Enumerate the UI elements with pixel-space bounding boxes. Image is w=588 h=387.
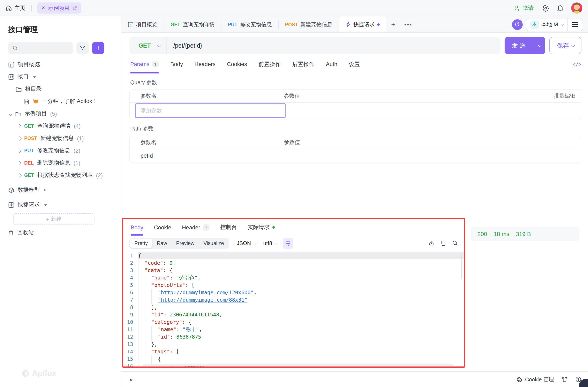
save-button[interactable]: 保存 — [549, 37, 581, 54]
request-tab-headers[interactable]: Headers — [195, 56, 215, 73]
sidebar-endpoint[interactable]: GET查询宠物详情(4) — [0, 120, 121, 132]
sidebar-endpoint[interactable]: GET根据状态查找宠物列表(2) — [0, 169, 121, 181]
sidebar-folder-example[interactable]: 示例项目(5) — [0, 108, 121, 120]
query-table-header: 参数名 参数值 批量编辑 — [130, 90, 581, 103]
sidebar-item-project-overview[interactable]: 项目概览 — [0, 58, 121, 71]
token-pun: : — [170, 274, 176, 281]
tab-quick-request[interactable]: 快捷请求 — [339, 17, 386, 32]
sidebar-item-data-model[interactable]: 数据模型 — [0, 184, 121, 196]
chevron-right-icon[interactable] — [18, 136, 21, 140]
request-tab-label: Cookies — [227, 61, 247, 67]
download-icon[interactable] — [428, 240, 434, 246]
send-button[interactable]: 发送 — [504, 37, 545, 54]
response-tab-body[interactable]: Body — [131, 219, 143, 235]
response-body-editor[interactable]: 1{2"code": 0,3"data": {4"name": "劳引色",5"… — [123, 251, 464, 367]
bulk-edit-button[interactable]: 批量编辑 — [554, 92, 581, 100]
notifications-bell-icon[interactable] — [557, 4, 564, 12]
sync-refresh-button[interactable] — [512, 19, 523, 30]
home-label: 主页 — [14, 4, 25, 12]
token-str: "劳引色" — [176, 274, 197, 281]
bottom-statusbar: « Cookie 管理 — [121, 371, 588, 387]
vertical-scrollbar[interactable] — [461, 254, 462, 279]
request-tab-body[interactable]: Body — [170, 56, 183, 73]
tab-endpoint[interactable]: POST新建宠物信息 — [278, 17, 339, 32]
sidebar-add-button[interactable]: + — [92, 42, 104, 54]
indent-guide — [138, 348, 145, 355]
view-mode-pretty[interactable]: Pretty — [130, 239, 152, 248]
chevron-right-icon[interactable] — [18, 161, 21, 165]
horizontal-scrollbar[interactable] — [143, 364, 453, 366]
new-request-button[interactable]: +新建 — [13, 213, 95, 225]
search-input[interactable] — [8, 42, 73, 54]
request-tab-params[interactable]: Params1 — [130, 56, 159, 73]
theme-tshirt-icon[interactable] — [561, 376, 568, 383]
tab-project-overview[interactable]: 项目概览 — [121, 17, 164, 32]
response-tab-cookie[interactable]: Cookie — [154, 219, 171, 235]
url-input[interactable]: /pet/{petId} — [167, 42, 202, 49]
avatar[interactable] — [571, 2, 582, 14]
format-label: JSON — [237, 240, 251, 246]
environment-dropdown[interactable]: 本 本地 M — [526, 20, 567, 29]
new-tab-button[interactable]: + — [386, 17, 400, 32]
response-tab-控制台[interactable]: 控制台 — [220, 219, 237, 235]
quick-request-label: 快捷请求 — [18, 201, 40, 209]
tab-endpoint[interactable]: PUT修改宠物信息 — [221, 17, 278, 32]
sidebar-item-recycle-bin[interactable]: 回收站 — [0, 227, 121, 239]
token-pun: : [ — [185, 282, 195, 288]
env-menu-button[interactable] — [568, 21, 583, 27]
encoding-dropdown[interactable]: utf8 — [263, 240, 277, 246]
external-link-icon[interactable] — [72, 5, 77, 10]
home-button[interactable]: 主页 — [6, 4, 25, 12]
topbar-left: 主页 ✕ 示例项目 — [6, 2, 81, 14]
sidebar-endpoint[interactable]: POST新建宠物信息(1) — [0, 132, 121, 144]
request-tab-前置操作[interactable]: 前置操作 — [258, 56, 281, 73]
home-icon — [6, 5, 12, 11]
format-dropdown[interactable]: JSON — [237, 240, 256, 246]
view-mode-visualize[interactable]: Visualize — [199, 239, 229, 248]
cookie-manage-button[interactable]: Cookie 管理 — [517, 376, 554, 383]
indent-guide — [145, 282, 151, 289]
sidebar-item-doc[interactable]: 一分钟，了解 Apifox！ — [0, 95, 121, 108]
send-options-button[interactable] — [533, 37, 545, 54]
view-mode-segment: PrettyRawPreviewVisualize — [129, 238, 229, 249]
response-tab-实际请求[interactable]: 实际请求 — [248, 219, 275, 235]
view-mode-raw[interactable]: Raw — [152, 239, 171, 248]
settings-gear-icon[interactable] — [542, 4, 549, 12]
word-wrap-button[interactable] — [283, 238, 294, 249]
code-line-content: "http://dummyimage.com/120x600", — [138, 289, 464, 296]
chevron-right-icon[interactable] — [18, 173, 21, 177]
request-tab-auth[interactable]: Auth — [326, 56, 337, 73]
request-tab-后置操作[interactable]: 后置操作 — [292, 56, 314, 73]
sidebar-endpoint[interactable]: PUT修改宠物信息(2) — [0, 144, 121, 157]
chevron-right-icon[interactable] — [18, 124, 21, 128]
sidebar-item-quick-request[interactable]: 快捷请求 — [0, 199, 121, 211]
tab-overflow-button[interactable]: ••• — [400, 17, 416, 32]
view-mode-preview[interactable]: Preview — [171, 239, 199, 248]
sidebar-folder-root[interactable]: 根目录 — [0, 83, 121, 95]
request-row: GET /pet/{petId} 发送 保存 — [129, 37, 581, 54]
code-view-toggle[interactable]: </> — [573, 61, 581, 67]
search-icon[interactable] — [452, 240, 458, 246]
sidebar-endpoint[interactable]: DEL删除宠物信息(1) — [0, 157, 121, 169]
line-number: 2 — [123, 259, 138, 267]
topbar-right: 邀请 — [514, 2, 582, 14]
chevron-down-icon — [253, 241, 257, 245]
token-key: "id" — [151, 311, 164, 318]
method-dropdown[interactable]: GET — [129, 42, 167, 49]
filter-funnel-button[interactable] — [76, 42, 89, 54]
add-param-input[interactable]: 添加参数 — [135, 103, 286, 118]
request-tab-设置[interactable]: 设置 — [349, 56, 360, 73]
table-row[interactable]: petId — [130, 149, 581, 162]
chevron-right-icon[interactable] — [18, 149, 21, 153]
response-tab-header[interactable]: Header7 — [182, 219, 210, 235]
invite-button[interactable]: 邀请 — [514, 4, 534, 12]
token-key: "code" — [145, 260, 163, 266]
chevron-down-icon[interactable] — [8, 112, 13, 116]
close-icon[interactable]: ✕ — [42, 5, 45, 11]
collapse-sidebar-button[interactable]: « — [129, 376, 132, 383]
tab-endpoint[interactable]: GET查询宠物详情 — [164, 17, 221, 32]
project-tab[interactable]: ✕ 示例项目 — [37, 2, 81, 14]
sidebar-item-api[interactable]: 接口 — [0, 71, 121, 83]
request-tab-cookies[interactable]: Cookies — [227, 56, 247, 73]
copy-icon[interactable] — [440, 240, 446, 246]
